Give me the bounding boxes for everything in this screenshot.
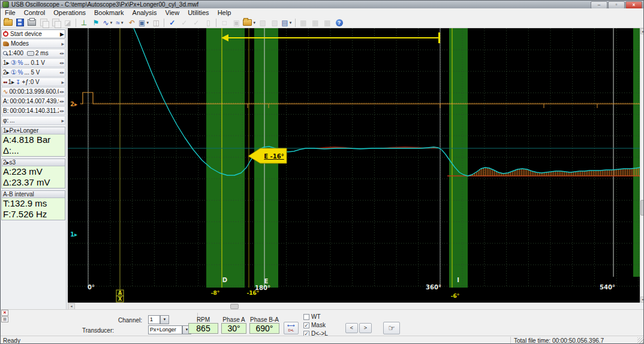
vertical-scroll-thumb[interactable]: [640, 200, 644, 216]
d-l-range-button[interactable]: ⟷ D▪L: [284, 322, 299, 334]
export-button: ◪: [62, 17, 74, 28]
phase-row-arrows[interactable]: ▸: [61, 116, 64, 124]
vertical-scrollbar[interactable]: ▲ ▼: [640, 28, 644, 303]
phase-row[interactable]: φ:...▸: [1, 116, 65, 125]
rpm-label: RPM: [188, 316, 218, 323]
rpm-value[interactable]: 865: [188, 323, 218, 334]
spin-arrow-icon[interactable]: ▸: [62, 61, 64, 65]
marker-flag-button[interactable]: ⚑: [90, 17, 102, 28]
marker-a-row[interactable]: A:00:00:14.007.439.9◂▸: [1, 97, 65, 106]
phase-a-value[interactable]: 30°: [221, 323, 246, 334]
title-bar[interactable]: USB Oscilloscope - C:\temp\Autoscope3\Px…: [1, 1, 644, 8]
px-longer-panel: 1▸Px+LongerA:4.818 BarΔ:...: [1, 127, 65, 157]
print-button[interactable]: [26, 17, 38, 28]
menu-control[interactable]: Control: [20, 8, 49, 17]
sweep-row[interactable]: 1:4002 ms◂▸: [1, 49, 65, 58]
start-device-row-arrows[interactable]: ▶: [59, 30, 64, 38]
channel2-row[interactable]: 2▸①% ... 5 V◂▸: [1, 68, 65, 77]
open-button[interactable]: [2, 17, 14, 28]
spin-arrow-icon[interactable]: ▸: [62, 89, 64, 94]
measure-options-button[interactable]: ≈▼: [114, 17, 126, 28]
toolbar-separator: [76, 19, 76, 27]
px-longer-panel-header[interactable]: 1▸Px+Longer: [2, 127, 65, 134]
accept-button[interactable]: ✓: [166, 17, 178, 28]
spin-arrow-icon[interactable]: ▸: [62, 109, 64, 113]
measure-arrow-end: [438, 32, 440, 43]
channel-select[interactable]: 1: [148, 315, 160, 324]
spin-arrow-icon[interactable]: ◂: [59, 109, 62, 113]
spin-arrow-icon[interactable]: ◂: [59, 99, 62, 104]
time-position-row[interactable]: ∿00:00:13.999.600.0◂▸: [1, 87, 65, 96]
pane-options-button[interactable]: ▦: [1, 316, 8, 322]
marker-a-row-arrows[interactable]: ◂▸: [59, 97, 64, 105]
ab-interval-panel-value: F:7.526 Hz: [2, 209, 65, 220]
load-config-button[interactable]: ▼: [242, 17, 257, 28]
spin-arrow-icon[interactable]: ◂: [59, 51, 62, 56]
horizontal-scroll-thumb[interactable]: [230, 304, 239, 309]
bottom-control-panel: ✕ ▦ Channel: 1 ▼ Transducer: Px+Longer ▼…: [1, 309, 644, 336]
expand-arrow-icon[interactable]: ▶: [60, 31, 64, 37]
menu-operations[interactable]: Operations: [49, 8, 90, 17]
sweep-row-arrows[interactable]: ◂▸: [59, 49, 64, 57]
menu-utilities[interactable]: Utilities: [183, 8, 213, 17]
view-c-button: ▦: [321, 17, 333, 28]
resize-grip[interactable]: [637, 337, 643, 343]
ab-interval-panel-header[interactable]: A-B interval: [2, 191, 65, 198]
waveform-plot[interactable]: E -16°AX0°180°360°540°DEI-8°-16°-6°2▸1▸: [68, 28, 640, 303]
next-cycle-button[interactable]: >: [359, 323, 372, 333]
trigger-row[interactable]: ●●1▸↧+ƒ:0 V▸: [1, 77, 65, 86]
hand-pan-button[interactable]: ☞: [383, 322, 400, 334]
channel1-row-arrows[interactable]: ◂▸: [59, 59, 64, 67]
menu-file[interactable]: File: [1, 8, 20, 17]
axis-setup-button[interactable]: ⊥: [78, 17, 90, 28]
close-pane-button[interactable]: ✕: [1, 310, 8, 316]
signal-options-button[interactable]: ∿▼: [102, 17, 114, 28]
spin-arrow-icon[interactable]: ▸: [62, 51, 64, 56]
spin-arrow-icon[interactable]: ◂: [59, 89, 62, 94]
trigger-row-arrows[interactable]: ▸: [61, 78, 64, 86]
panel-layout-button[interactable]: ▤▼: [281, 17, 293, 28]
time-position-row-text: 00:00:13.999.600.0: [9, 88, 61, 95]
prev-cycle-button[interactable]: <: [345, 323, 358, 333]
modes-row[interactable]: Modes▸: [1, 39, 65, 48]
channel2-row-text: 2▸: [3, 69, 10, 76]
start-device-row[interactable]: Start device▶: [1, 29, 65, 38]
marker-b-row-arrows[interactable]: ◂▸: [59, 107, 64, 115]
scroll-up-button[interactable]: ▲: [640, 28, 644, 34]
expand-arrow-icon[interactable]: ▸: [61, 41, 64, 47]
channel-select-arrow[interactable]: ▼: [160, 315, 169, 324]
mask-checkbox-box[interactable]: ✓: [303, 322, 309, 328]
menu-bookmark[interactable]: Bookmark: [90, 8, 128, 17]
channel2-row-text: %: [17, 69, 23, 76]
undo-button[interactable]: ↶: [126, 17, 138, 28]
accept-button-icon: ✓: [169, 18, 175, 28]
expand-arrow-icon[interactable]: ▸: [61, 118, 64, 124]
channel1-row[interactable]: 1▸③% ... 0.1 V◂▸: [1, 58, 65, 67]
marker-b-row[interactable]: B:00:00:14.140.311.2◂▸: [1, 106, 65, 115]
help-button[interactable]: ?: [333, 17, 345, 28]
horizontal-scrollbar[interactable]: ◂: [68, 303, 640, 309]
expand-arrow-icon[interactable]: ▸: [61, 79, 64, 85]
wt-checkbox-box[interactable]: [303, 314, 309, 320]
save-button[interactable]: [14, 17, 26, 28]
transducer-label: Transducer:: [82, 327, 114, 334]
spin-arrow-icon[interactable]: ▸: [62, 99, 64, 104]
menu-view[interactable]: View: [161, 8, 184, 17]
time-position-row-arrows[interactable]: ◂▸: [59, 88, 64, 95]
display-mode-button[interactable]: ▣▼: [138, 17, 150, 28]
spin-arrow-icon[interactable]: ▸: [62, 70, 64, 75]
measure-options-button-icon: ≈: [116, 18, 120, 28]
menu-analysis[interactable]: Analysis: [128, 8, 161, 17]
transducer-select[interactable]: Px+Longer: [148, 325, 182, 334]
channel2-row-arrows[interactable]: ◂▸: [59, 68, 64, 76]
menu-help[interactable]: Help: [213, 8, 236, 17]
s3-panel-header[interactable]: 2▸s3: [2, 159, 65, 166]
mask-checkbox[interactable]: ✓Mask: [303, 322, 326, 328]
spin-arrow-icon[interactable]: ◂: [59, 70, 62, 75]
scroll-down-button[interactable]: ▼: [640, 297, 644, 303]
phase-b-a-value[interactable]: 690°: [249, 323, 279, 334]
modes-row-arrows[interactable]: ▸: [61, 40, 64, 47]
modes-row-text: Modes: [11, 40, 29, 47]
wt-checkbox[interactable]: WT: [303, 313, 321, 320]
spin-arrow-icon[interactable]: ◂: [59, 61, 62, 65]
